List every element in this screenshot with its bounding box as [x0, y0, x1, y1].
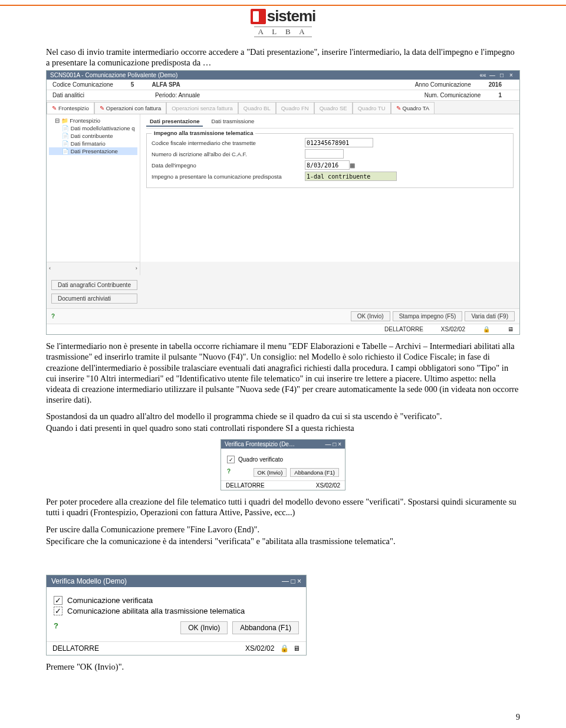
tab[interactable]: Quadro TU: [353, 102, 391, 114]
window-controls[interactable]: ««—□×: [478, 72, 516, 78]
body-text: Specificare che la comunicazione è da in…: [46, 536, 520, 546]
lock-icon: 🔒: [280, 644, 289, 653]
pencil-icon: ✎: [52, 105, 57, 111]
tab[interactable]: Quadro SE: [314, 102, 353, 114]
window-controls[interactable]: — □ ×: [282, 577, 301, 585]
body-text: Se l'intermediario non è presente in tab…: [46, 341, 520, 405]
body-text: Nel caso di invio tramite intermediario …: [46, 47, 520, 68]
pencil-icon: ✎: [100, 105, 104, 111]
body-text: Premere "OK (Invio)".: [46, 661, 520, 672]
status-code: XS/02/02: [441, 326, 465, 332]
group-title: Impegno alla trasmissione telematica: [152, 130, 255, 136]
label: Codice fiscale intermediario che trasmet…: [152, 140, 305, 146]
value: 2016: [489, 81, 502, 88]
verify-modello-dialog: Verifica Modello (Demo)— □ × ✓Comunicazi…: [46, 575, 307, 655]
stampa-button[interactable]: Stampa impegno (F5): [393, 311, 463, 321]
date-input[interactable]: [305, 160, 350, 170]
body-text: Per poter procedere alla creazione del f…: [46, 496, 520, 518]
btn-documenti[interactable]: Documenti archiviati: [51, 294, 137, 304]
screenshot-main-window: SCNS001A - Comunicazione Polivalente (De…: [46, 70, 520, 335]
logo-icon: [251, 9, 266, 24]
subtab-trasmissione[interactable]: Dati trasmissione: [208, 117, 258, 127]
status-user: DELLATORRE: [384, 326, 423, 332]
pencil-icon: ✎: [396, 105, 401, 111]
value: 5: [131, 81, 134, 88]
logo-subtitle: A L B A: [254, 27, 311, 37]
checkbox-icon[interactable]: ✓: [54, 607, 62, 615]
status-code: XS/02/02: [316, 482, 340, 489]
tab[interactable]: Operazioni senza fattura: [166, 102, 238, 114]
tab[interactable]: Quadro BL: [238, 102, 276, 114]
status-code: XS/02/02: [245, 644, 274, 653]
checkbox-icon[interactable]: ✓: [227, 456, 235, 463]
status-user: DELLATORRE: [226, 482, 265, 489]
ok-button[interactable]: OK (Invio): [254, 468, 287, 477]
label: Numero di iscrizione all'albo dei C.A.F.: [152, 151, 305, 157]
label: Periodo: Annuale: [155, 92, 200, 98]
screens-icon: 🖥: [293, 644, 300, 653]
checkbox-label: Comunicazione verificata: [67, 596, 153, 605]
dialog-title: Verifica Modello (Demo): [51, 577, 127, 585]
subtab-presentazione[interactable]: Dati presentazione: [146, 117, 203, 127]
window-title: SCNS001A - Comunicazione Polivalente (De…: [50, 72, 177, 78]
brand-logo: sistemi A L B A: [0, 7, 566, 37]
verify-frontespizio-dialog: Verifica Frontespizio (De…— □ × ✓Quadro …: [221, 439, 345, 490]
label: Anno Comunicazione: [415, 81, 471, 88]
value: 1: [498, 92, 502, 98]
tab-bar: ✎Frontespizio ✎Operazioni con fattura Op…: [47, 101, 519, 114]
tab-frontespizio[interactable]: ✎Frontespizio: [47, 102, 94, 114]
screens-icon: 🖥: [508, 326, 514, 332]
dialog-title: Verifica Frontespizio (De…: [225, 441, 295, 447]
help-icon[interactable]: ?: [51, 313, 55, 319]
body-text: Spostandosi da un quadro all'altro del m…: [46, 411, 520, 421]
checkbox-label: Quadro verificato: [238, 456, 283, 463]
help-icon[interactable]: ?: [227, 468, 231, 477]
page-number: 9: [516, 713, 520, 722]
tab-op-fattura[interactable]: ✎Operazioni con fattura: [94, 102, 166, 114]
checkbox-icon[interactable]: ✓: [54, 596, 62, 605]
label: Data dell'impegno: [152, 162, 305, 169]
lock-icon: 🔒: [483, 326, 490, 332]
label: Dati analitici: [52, 92, 84, 98]
tab[interactable]: Quadro FN: [276, 102, 314, 114]
ok-button[interactable]: OK (Invio): [351, 311, 390, 321]
nav-tree[interactable]: ⊟ 📁 Frontespizio 📄 Dati modello\attivazi…: [47, 114, 140, 262]
label: Num. Comunicazione: [424, 92, 481, 98]
label: Impegno a presentare la comunicazione pr…: [152, 173, 305, 180]
label: Codice Comunicazione: [52, 81, 113, 88]
checkbox-label: Comunicazione abilitata alla trasmission…: [67, 607, 245, 615]
cf-input[interactable]: [305, 138, 373, 147]
ok-button[interactable]: OK (Invio): [180, 621, 228, 634]
abandon-button[interactable]: Abbandona (F1): [290, 468, 339, 477]
status-user: DELLATORRE: [52, 644, 99, 653]
value: ALFA SPA: [152, 81, 180, 88]
abandon-button[interactable]: Abbandona (F1): [232, 621, 299, 634]
impegno-select[interactable]: [305, 172, 397, 181]
window-controls[interactable]: — □ ×: [325, 441, 341, 447]
varia-button[interactable]: Varia dati (F9): [465, 311, 515, 321]
body-text: Per uscire dalla Comunicazione premere "…: [46, 524, 520, 535]
help-icon[interactable]: ?: [54, 621, 58, 634]
tab-quadro-ta[interactable]: ✎Quadro TA: [391, 102, 435, 114]
body-text: Quando i dati presenti in quel quadro so…: [46, 423, 520, 433]
logo-text: sistemi: [267, 7, 316, 25]
btn-dati-anagrafici[interactable]: Dati anagrafici Contribuente: [51, 280, 137, 290]
albo-input[interactable]: [305, 149, 344, 159]
calendar-icon[interactable]: ▦: [350, 162, 355, 169]
